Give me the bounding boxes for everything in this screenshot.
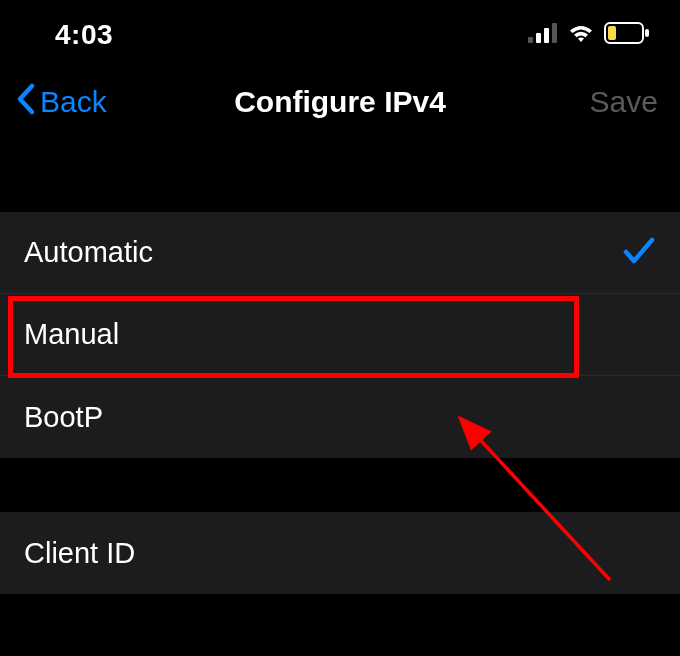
option-automatic[interactable]: Automatic xyxy=(0,212,680,294)
wifi-icon xyxy=(566,22,596,48)
ipv4-options-list: Automatic Manual BootP xyxy=(0,212,680,458)
section-spacer xyxy=(0,150,680,212)
svg-rect-3 xyxy=(552,23,557,43)
svg-rect-0 xyxy=(528,37,533,43)
svg-rect-5 xyxy=(608,26,616,40)
svg-rect-1 xyxy=(536,33,541,43)
option-label: BootP xyxy=(24,401,103,434)
client-id-group: Client ID xyxy=(0,512,680,594)
back-label: Back xyxy=(40,85,107,119)
cellular-signal-icon xyxy=(528,23,558,47)
status-time: 4:03 xyxy=(55,19,113,51)
option-bootp[interactable]: BootP xyxy=(0,376,680,458)
option-label: Manual xyxy=(24,318,119,351)
checkmark-icon xyxy=(622,235,656,271)
client-id-label: Client ID xyxy=(24,537,135,570)
option-manual[interactable]: Manual xyxy=(0,294,680,376)
nav-bar: Back Configure IPv4 Save xyxy=(0,60,680,150)
option-label: Automatic xyxy=(24,236,153,269)
svg-rect-2 xyxy=(544,28,549,43)
page-title: Configure IPv4 xyxy=(234,85,446,119)
back-button[interactable]: Back xyxy=(15,82,107,123)
status-icons xyxy=(528,22,650,48)
battery-icon xyxy=(604,22,650,48)
svg-rect-6 xyxy=(645,29,649,37)
client-id-row[interactable]: Client ID xyxy=(0,512,680,594)
section-spacer xyxy=(0,458,680,512)
chevron-left-icon xyxy=(15,82,37,123)
save-button[interactable]: Save xyxy=(590,85,658,119)
status-bar: 4:03 xyxy=(0,0,680,60)
